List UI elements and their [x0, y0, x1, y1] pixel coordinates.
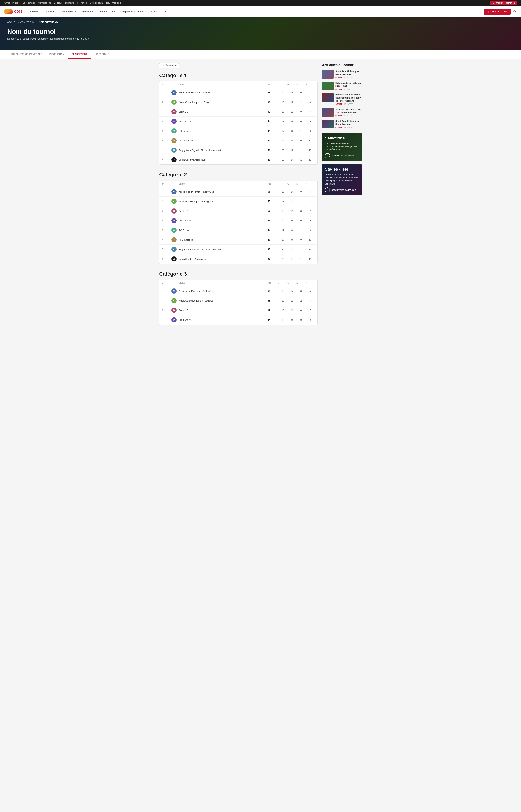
news-item[interactable]: Vendredi 10 Janvier 2020 : Sur la route …: [322, 108, 362, 117]
row-n: 0: [296, 319, 305, 321]
tab-classement[interactable]: CLASSEMENT: [68, 50, 91, 59]
table-row[interactable]: 2 AG Avant Garde Laique de Fougeres 55 1…: [159, 296, 317, 305]
row-p: 9: [305, 120, 315, 123]
topbar-ligue-occitanie[interactable]: Ligue Occitanie: [106, 2, 121, 4]
club-logo-icon: C: [172, 228, 177, 233]
table-row[interactable]: 1 AP Association Ploemeur Rugby Club 65 …: [159, 88, 317, 98]
promos-container: Sélections Découvrez les différentes sél…: [322, 133, 362, 196]
table-row[interactable]: 4 P Plouzané AC 44 18 9 0 9: [159, 116, 317, 126]
breadcrumb-competition[interactable]: COMPETITION: [20, 21, 35, 24]
table-row[interactable]: 1 AP Association Ploemeur Rugby Club 65 …: [159, 286, 317, 296]
row-logo: P: [169, 218, 179, 223]
table-row[interactable]: 2 AG Avant Garde Laique de Fougeres 55 1…: [159, 98, 317, 107]
promo-card-selections[interactable]: Sélections Découvrez les différentes sél…: [322, 133, 362, 161]
topbar-boutique[interactable]: Boutique: [54, 2, 62, 4]
row-g: 8: [288, 130, 296, 132]
news-thumb-image: [322, 93, 334, 102]
table-row[interactable]: 3 B Brest UC 52 18 11 0 7: [159, 206, 317, 216]
tab-presentation[interactable]: PRÉSENTATION GÉNÉRALE: [7, 50, 46, 59]
logo[interactable]: CD CD31: [4, 9, 22, 15]
row-n: 2: [296, 101, 305, 104]
nav-jouer-rugby[interactable]: Jouer au rugby: [97, 9, 117, 15]
club-logo-icon: P: [172, 317, 177, 322]
news-container: Sport Adapté Rugby en Haute Garonne COMI…: [322, 70, 362, 129]
nav-le-comite[interactable]: Le comité: [27, 9, 41, 15]
table-row[interactable]: 2 AG Avant Garde Laique de Fougeres 55 1…: [159, 197, 317, 206]
promo-cta-button[interactable]: › Découvrir les stages d'été: [325, 188, 356, 192]
row-n: 0: [296, 290, 305, 293]
table-row[interactable]: 7 RC Rugby Club Pays de Ploermel Malestr…: [159, 145, 317, 155]
table-row[interactable]: 7 RC Rugby Club Pays de Ploermel Malestr…: [159, 245, 317, 254]
row-club-name: Plouzané AC: [179, 120, 268, 123]
news-meta: COMITÉ 19/10/2020: [335, 127, 362, 129]
breadcrumb-current: NOM DU TOURNOI: [39, 21, 58, 24]
row-pts: 65: [268, 290, 278, 293]
topbar-cote-dirigeant[interactable]: Côté dirigeant: [90, 2, 103, 4]
table-row[interactable]: 6 RK RFC Kastellin 40 17 8 0 10: [159, 235, 317, 245]
news-thumb-image: [322, 70, 334, 79]
news-item[interactable]: Sport Adapté Rugby en Haute Garonne COMI…: [322, 120, 362, 129]
row-logo: US: [169, 157, 179, 162]
row-n: 1: [296, 248, 305, 251]
row-club-name: RFC Kastellin: [179, 139, 268, 142]
trouver-club-button[interactable]: Trouver un club: [484, 8, 511, 15]
topbar-billetterie[interactable]: Billetterie: [65, 2, 74, 4]
location-icon: [488, 10, 490, 13]
table-row[interactable]: 6 RK RFC Kastellin 40 17 8 0 10: [159, 136, 317, 145]
tab-historique[interactable]: HISTORIQUE: [91, 50, 113, 59]
row-logo: P: [169, 317, 179, 322]
nav-gerer-club[interactable]: Gérer mon club: [58, 9, 78, 15]
col-header-p: P: [305, 83, 315, 86]
table-row[interactable]: 8 US Union Sportive Acignolaise 29 26 14…: [159, 254, 317, 264]
tab-inscription[interactable]: INSCRIPTION: [46, 50, 68, 59]
category-filter-button[interactable]: CATÉGORIE: [159, 63, 179, 68]
row-pts: 52: [268, 110, 278, 113]
row-pts: 35: [268, 149, 278, 152]
table-row[interactable]: 3 B Brest UC 52 18 11 0 7: [159, 107, 317, 116]
nav-competitions[interactable]: Compétitons: [78, 9, 96, 15]
col-header-p: P: [305, 183, 315, 185]
autres-comites-dropdown[interactable]: Autres comités: [4, 2, 20, 4]
table-row[interactable]: 8 US Union Sportive Acignolaise 29 26 14…: [159, 155, 317, 165]
row-num: 7: [162, 248, 169, 251]
row-num: 3: [162, 210, 169, 212]
nav-plus[interactable]: Plus: [160, 9, 168, 15]
topbar-competitions[interactable]: Compétitions: [38, 2, 51, 4]
news-item[interactable]: Présentation du Comité départemental de …: [322, 93, 362, 105]
row-club-name: RC Carhaix: [179, 130, 268, 132]
connexion-button[interactable]: Connexion / inscription: [491, 1, 517, 5]
row-num: 2: [162, 200, 169, 202]
row-n: 0: [296, 191, 305, 193]
row-p: 8: [305, 229, 315, 232]
search-button[interactable]: [512, 9, 517, 15]
table-row[interactable]: 3 B Brest UC 52 18 11 0 7: [159, 305, 317, 315]
row-j: 18: [278, 191, 288, 193]
row-num: 1: [162, 290, 169, 292]
topbar-formation[interactable]: Formation: [77, 2, 87, 4]
nav-contact[interactable]: Contact: [146, 9, 159, 15]
row-pts: 35: [268, 248, 278, 251]
col-header-j: J: [278, 282, 288, 284]
row-num: 6: [162, 238, 169, 241]
news-headline: Présentation du Comité départemental de …: [335, 93, 362, 102]
row-club-name: Avant Garde Laique de Fougeres: [179, 101, 268, 104]
table-row[interactable]: 4 P Plouzané AC 44 18 9 0 9: [159, 315, 317, 324]
club-logo-icon: RC: [172, 247, 177, 252]
breadcrumb-home[interactable]: ACCUEIL: [7, 21, 17, 24]
row-logo: RC: [169, 148, 179, 153]
news-tag: COMITÉ: [335, 88, 342, 90]
news-item[interactable]: Evénements de la Saison 2019 – 2020 COMI…: [322, 82, 362, 90]
table-row[interactable]: 5 C RC Carhaix 44 17 8 1 8: [159, 226, 317, 235]
table-row[interactable]: 4 P Plouzané AC 44 18 9 0 9: [159, 216, 317, 226]
chevron-down-icon: [19, 2, 20, 4]
promo-cta-button[interactable]: › Découvrir les sélections: [325, 153, 355, 158]
nav-actualites[interactable]: Actualités: [42, 9, 56, 15]
nav-engager[interactable]: S'engager et se former: [118, 9, 146, 15]
news-item[interactable]: Sport Adapté Rugby en Haute Garonne COMI…: [322, 70, 362, 79]
table-row[interactable]: 1 AP Association Ploemeur Rugby Club 65 …: [159, 187, 317, 197]
table-row[interactable]: 5 C RC Carhaix 44 17 8 1 8: [159, 126, 317, 136]
topbar-federation[interactable]: La fédération: [23, 2, 35, 4]
promo-card-stages[interactable]: Stages d'été Venez nombreux partager ave…: [322, 164, 362, 195]
row-club-name: RC Carhaix: [179, 229, 268, 232]
row-club-name: Brest UC: [179, 309, 268, 312]
